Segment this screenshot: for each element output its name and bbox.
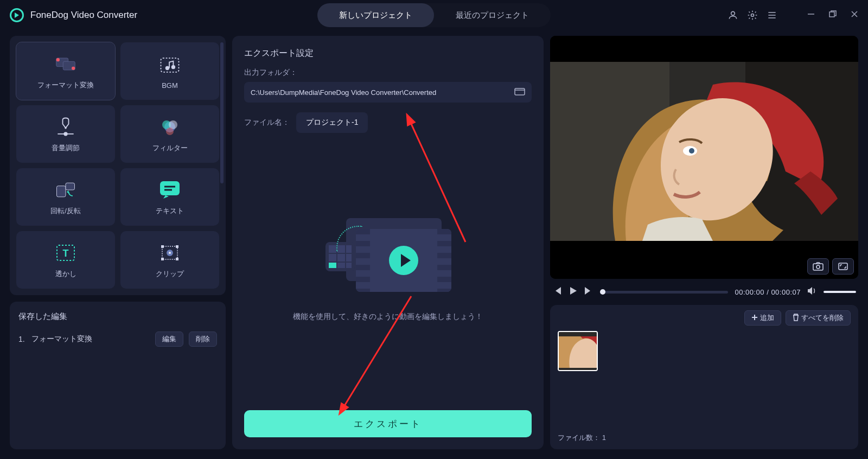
fullscreen-button[interactable] (832, 258, 854, 275)
scrollbar-thumb[interactable] (220, 42, 224, 183)
svg-point-8 (165, 66, 169, 69)
svg-text:T: T (63, 248, 69, 259)
time-display: 00:00:00 / 00:00:07 (735, 288, 801, 296)
export-panel: エクスポート設定 出力フォルダ： C:\Users\DumpMedia\Fone… (232, 36, 544, 449)
header-actions (727, 9, 858, 21)
titlebar: FoneDog Video Converter 新しいプロジェクト 最近のプロジ… (0, 0, 868, 30)
svg-point-5 (56, 58, 60, 61)
svg-point-0 (731, 11, 735, 15)
app-logo-icon (10, 8, 24, 22)
file-thumbnail[interactable] (558, 331, 598, 371)
tool-label: テキスト (156, 206, 184, 216)
video-preview (550, 36, 858, 279)
tool-watermark[interactable]: T 透かし (16, 231, 115, 289)
maximize-button[interactable] (829, 10, 837, 20)
snapshot-button[interactable] (807, 258, 829, 275)
svg-point-1 (751, 14, 754, 17)
add-file-button[interactable]: 追加 (744, 310, 781, 326)
svg-point-39 (816, 265, 820, 269)
tool-rotate[interactable]: 回転/反転 (16, 168, 115, 226)
svg-rect-17 (66, 183, 75, 190)
text-icon (158, 178, 182, 202)
output-folder-label: 出力フォルダ： (244, 68, 532, 78)
svg-point-10 (65, 127, 67, 129)
export-button[interactable]: エクスポート (244, 410, 532, 437)
tool-volume[interactable]: 音量調節 (16, 105, 115, 163)
svg-point-6 (72, 67, 75, 70)
svg-rect-27 (161, 258, 164, 260)
preview-image (550, 36, 858, 279)
file-panel: 追加 すべてを削除 ファイル数： 1 (550, 305, 858, 449)
minimize-button[interactable] (807, 10, 815, 20)
svg-rect-18 (160, 181, 180, 195)
filename-row: ファイル名： プロジェクト-1 (244, 112, 532, 133)
export-title: エクスポート設定 (244, 48, 532, 59)
saved-item-index: 1. (18, 335, 26, 343)
tool-clip[interactable]: クリップ (120, 231, 219, 289)
clip-icon (158, 241, 182, 265)
saved-edit-row: 1. フォーマット変換 編集 削除 (18, 331, 217, 347)
delete-button[interactable]: 削除 (189, 331, 217, 347)
svg-rect-28 (176, 258, 178, 260)
tool-label: BGM (162, 81, 178, 90)
account-icon[interactable] (727, 9, 739, 21)
tool-label: クリップ (156, 269, 184, 279)
tool-format-convert[interactable]: フォーマット変換 (16, 42, 115, 100)
rotate-icon (54, 178, 78, 202)
svg-rect-25 (161, 245, 164, 248)
filename-input[interactable]: プロジェクト-1 (296, 112, 368, 133)
svg-rect-16 (57, 186, 66, 197)
watermark-icon: T (54, 241, 78, 265)
volume-icon (54, 115, 78, 139)
volume-icon[interactable] (807, 286, 817, 297)
timeline-slider[interactable] (600, 291, 728, 294)
app-title: FoneDog Video Converter (30, 10, 137, 21)
tool-bgm[interactable]: BGM (120, 42, 219, 100)
tab-new-project[interactable]: 新しいプロジェクト (317, 3, 434, 27)
tab-recent-projects[interactable]: 最近のプロジェクト (434, 3, 551, 27)
svg-point-11 (63, 132, 67, 136)
svg-rect-2 (829, 12, 834, 17)
svg-rect-29 (515, 88, 525, 95)
saved-item-name: フォーマット変換 (31, 334, 150, 344)
next-frame-button[interactable] (584, 287, 593, 297)
svg-point-37 (689, 148, 694, 154)
play-button[interactable] (569, 286, 577, 297)
tool-label: 回転/反転 (50, 206, 81, 216)
hamburger-icon[interactable] (766, 9, 778, 21)
file-count: ファイル数： 1 (558, 433, 851, 443)
output-folder-field[interactable]: C:\Users\DumpMedia\FoneDog Video Convert… (244, 82, 532, 103)
filter-icon (158, 115, 182, 139)
tool-grid: フォーマット変換 BGM 音量調節 フィルター (10, 36, 226, 295)
svg-rect-26 (176, 245, 178, 248)
tool-label: フォーマット変換 (37, 80, 94, 90)
output-folder-path: C:\Users\DumpMedia\FoneDog Video Convert… (251, 88, 514, 97)
tool-label: 透かし (55, 269, 76, 279)
gear-icon[interactable] (746, 9, 758, 21)
illustration: 機能を使用して、好きのように動画を編集しましょう！ (244, 133, 532, 400)
format-convert-icon (54, 52, 78, 76)
saved-edits-panel: 保存した編集 1. フォーマット変換 編集 削除 (10, 302, 226, 449)
svg-point-15 (166, 127, 174, 135)
tool-label: 音量調節 (52, 143, 80, 153)
svg-rect-38 (813, 264, 823, 270)
window-controls (807, 10, 858, 20)
saved-edits-title: 保存した編集 (18, 311, 217, 322)
delete-all-button[interactable]: すべてを削除 (786, 310, 851, 326)
tool-text[interactable]: テキスト (120, 168, 219, 226)
close-button[interactable] (851, 10, 858, 20)
project-tabs: 新しいプロジェクト 最近のプロジェクト (317, 3, 551, 27)
tool-filter[interactable]: フィルター (120, 105, 219, 163)
volume-slider[interactable] (824, 291, 856, 293)
hint-text: 機能を使用して、好きのように動画を編集しましょう！ (293, 310, 483, 322)
svg-point-24 (169, 252, 171, 254)
browse-folder-icon[interactable] (514, 87, 525, 98)
tool-label: フィルター (152, 143, 188, 153)
edit-button[interactable]: 編集 (155, 331, 183, 347)
bgm-icon (158, 53, 182, 77)
filename-label: ファイル名： (244, 118, 290, 127)
player-controls: 00:00:00 / 00:00:07 (550, 284, 858, 299)
play-illustration-icon (389, 246, 418, 275)
prev-frame-button[interactable] (552, 287, 562, 297)
